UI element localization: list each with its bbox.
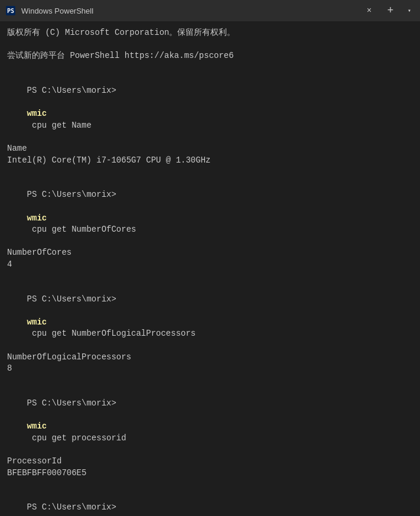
- output-1a: Name: [7, 143, 413, 155]
- command-line-4: PS C:\Users\morix> wmic cpu get processo…: [7, 386, 413, 456]
- title-bar-title: Windows PowerShell: [21, 7, 356, 15]
- blank-4: [7, 479, 413, 491]
- intro-line-3: 尝试新的跨平台 PowerShell https://aka.ms/pscore…: [7, 50, 413, 62]
- terminal-body: 版权所有 (C) Microsoft Corporation。保留所有权利。 尝…: [0, 21, 420, 516]
- command-line-1: PS C:\Users\morix> wmic cpu get Name: [7, 73, 413, 143]
- output-3b: 8: [7, 363, 413, 375]
- prompt-2: PS C:\Users\morix>: [27, 190, 116, 199]
- output-4b: BFEBFBFF000706E5: [7, 468, 413, 479]
- svg-text:PS: PS: [7, 8, 14, 14]
- wmic-keyword-4: wmic: [27, 421, 47, 431]
- blank-3: [7, 375, 413, 387]
- blank-2: [7, 270, 413, 282]
- title-bar: PS Windows PowerShell × + ▾: [0, 0, 420, 21]
- output-1b: Intel(R) Core(TM) i7-1065G7 CPU @ 1.30GH…: [7, 155, 413, 167]
- wmic-keyword-3: wmic: [27, 317, 47, 327]
- add-tab-button[interactable]: +: [382, 2, 399, 19]
- output-2b: 4: [7, 259, 413, 271]
- prompt-3: PS C:\Users\morix>: [27, 294, 116, 304]
- space-2: [27, 202, 32, 211]
- prompt-1: PS C:\Users\morix>: [27, 86, 116, 95]
- command-rest-1: cpu get Name: [27, 121, 92, 130]
- prompt-5: PS C:\Users\morix>: [27, 502, 116, 512]
- command-line-5: PS C:\Users\morix> wmic baseboard get se…: [7, 491, 413, 516]
- output-4a: ProcessorId: [7, 456, 413, 468]
- space-1: [27, 98, 32, 107]
- blank-1: [7, 166, 413, 178]
- space-3: [27, 306, 32, 315]
- output-2a: NumberOfCores: [7, 247, 413, 259]
- command-rest-2: cpu get NumberOfCores: [27, 225, 136, 234]
- command-rest-4: cpu get processorid: [27, 433, 126, 443]
- wmic-keyword-2: wmic: [27, 213, 47, 223]
- output-3a: NumberOfLogicalProcessors: [7, 352, 413, 364]
- dropdown-button[interactable]: ▾: [403, 2, 415, 19]
- intro-blank: [7, 39, 413, 51]
- command-line-3: PS C:\Users\morix> wmic cpu get NumberOf…: [7, 282, 413, 352]
- command-rest-3: cpu get NumberOfLogicalProcessors: [27, 329, 196, 338]
- powershell-icon: PS: [5, 5, 17, 17]
- wmic-keyword-1: wmic: [27, 109, 47, 118]
- command-line-2: PS C:\Users\morix> wmic cpu get NumberOf…: [7, 178, 413, 248]
- intro-blank-2: [7, 62, 413, 74]
- close-button[interactable]: ×: [361, 2, 377, 19]
- prompt-4: PS C:\Users\morix>: [27, 398, 116, 408]
- intro-line-1: 版权所有 (C) Microsoft Corporation。保留所有权利。: [7, 27, 413, 39]
- space-4: [27, 410, 32, 420]
